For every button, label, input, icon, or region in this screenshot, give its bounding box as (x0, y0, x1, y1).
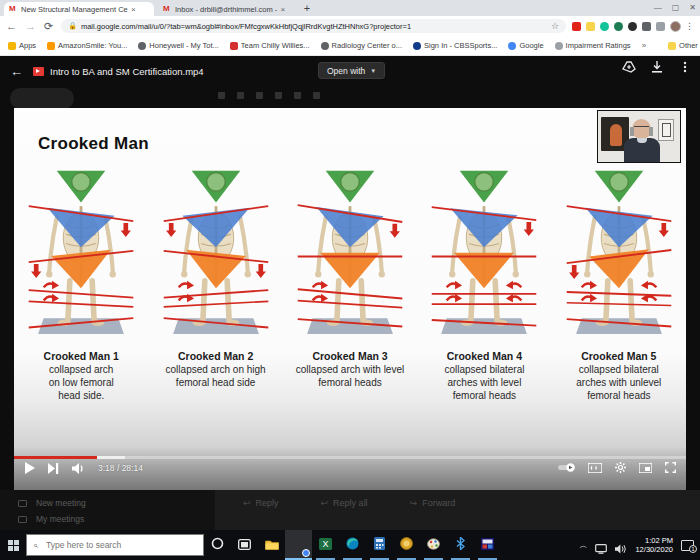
video-controls: 3:18 / 28:14 (14, 448, 686, 490)
figure-caption-1: Crooked Man 1collapsed arch on low femor… (14, 350, 148, 402)
video-player[interactable]: Crooked Man Crooked Man 1collapsed arch … (14, 108, 686, 490)
bookmark-item-5[interactable]: Sign In - CBSSports... (413, 41, 497, 50)
display-device-icon[interactable] (595, 540, 607, 550)
miniplayer-button[interactable] (639, 463, 652, 473)
paint-app-taskbar-button[interactable] (420, 530, 447, 560)
other-bookmarks[interactable]: Other bookmarks (668, 41, 700, 50)
figure-column-1 (14, 160, 148, 346)
coin-app-taskbar-button[interactable] (393, 530, 420, 560)
bluetooth-icon (456, 536, 465, 554)
bookmark-icon (8, 42, 16, 50)
honey-extension-icon[interactable] (614, 22, 623, 31)
bookmark-item-2[interactable]: Honeywell - My Tot... (138, 41, 218, 50)
tab-1-label: New Structural Management Ce (21, 5, 128, 14)
puzzle-extensions-icon[interactable] (642, 22, 651, 31)
bookmarks-overflow-icon[interactable]: » (642, 41, 646, 50)
new-tab-button[interactable]: + (300, 1, 314, 15)
bookmark-item-6[interactable]: Google (508, 41, 543, 50)
calculator-icon (374, 536, 385, 554)
notes-extension-icon[interactable] (586, 22, 595, 31)
clock[interactable]: 1:02 PM 12/30/2020 (635, 536, 673, 555)
tab-2[interactable]: M Inbox - drbill@drthimmel.com - × (158, 2, 296, 16)
play-button[interactable] (24, 462, 35, 474)
refresh-button[interactable]: ⟳ (44, 20, 53, 33)
tray-chevron-icon[interactable]: ︿ (579, 540, 587, 551)
next-button[interactable] (48, 463, 59, 474)
volume-icon[interactable] (72, 463, 85, 474)
windows-taskbar: ⌕ X ︿ 1:02 PM 12/30/2020 1 (0, 530, 700, 560)
reply-arrow-icon: ↩ (243, 498, 251, 508)
video-frame-slide: Crooked Man Crooked Man 1collapsed arch … (14, 108, 686, 448)
excel-taskbar-button[interactable]: X (312, 530, 339, 560)
tray-time: 1:02 PM (635, 536, 673, 545)
back-button[interactable]: ← (6, 20, 17, 32)
tab-2-close-icon[interactable]: × (277, 5, 288, 14)
figure-caption-4: Crooked Man 4collapsed bilateral arches … (417, 350, 551, 402)
download-icon[interactable] (650, 60, 664, 74)
bookmark-icon (413, 42, 421, 50)
file-explorer-taskbar-button[interactable] (258, 530, 285, 560)
forward-button[interactable]: ↪Forward (410, 498, 456, 508)
bookmark-item-3[interactable]: Team Chilly Willies... (230, 41, 310, 50)
address-bar-row: ← → ⟳ 🔒 mail.google.com/mail/u/0/?tab=wm… (0, 16, 700, 36)
more-options-icon[interactable] (678, 60, 692, 74)
reply-button[interactable]: ↩Reply (243, 498, 279, 508)
progress-bar[interactable] (14, 456, 686, 459)
chrome-menu-icon[interactable]: ⋮ (685, 21, 694, 31)
new-meeting-item[interactable]: New meeting (18, 498, 86, 508)
cortana-taskbar-button[interactable] (204, 530, 231, 560)
gmail-compose-dimmed (10, 88, 74, 109)
poster-right (658, 119, 674, 141)
assistant-extension-icon[interactable] (628, 22, 637, 31)
captions-button[interactable] (588, 463, 602, 473)
task-view-taskbar-button[interactable] (231, 530, 258, 560)
tab-1[interactable]: M New Structural Management Ce × (4, 2, 154, 16)
bluetooth-taskbar-button[interactable] (447, 530, 474, 560)
presenter-glasses (634, 126, 649, 129)
pixel-app-icon (481, 536, 494, 554)
open-with-button[interactable]: Open with ▼ (318, 62, 385, 79)
tab-1-close-icon[interactable]: × (128, 5, 139, 14)
bookmark-item-7[interactable]: Impairment Ratings (555, 41, 631, 50)
speaker-icon[interactable] (615, 540, 627, 550)
figure-column-4 (417, 160, 551, 346)
maximize-button[interactable]: ▢ (672, 1, 680, 14)
settings-gear-icon[interactable] (615, 462, 626, 473)
bookmark-item-0[interactable]: Apps (8, 41, 36, 50)
omnibox[interactable]: 🔒 mail.google.com/mail/u/0/?tab=wm&ogbl#… (61, 19, 566, 33)
grammarly-extension-icon[interactable] (600, 22, 609, 31)
bookmark-icon (508, 42, 516, 50)
bookmark-item-1[interactable]: AmazonSmile: You... (47, 41, 127, 50)
minimize-button[interactable]: — (654, 1, 662, 14)
viewer-back-icon[interactable]: ← (10, 64, 23, 79)
bookmark-star-icon[interactable]: ☆ (551, 21, 559, 31)
start-button[interactable] (0, 540, 26, 551)
my-meetings-item[interactable]: My meetings (18, 514, 84, 524)
add-to-drive-icon[interactable] (622, 60, 636, 74)
gmail-reply-actions: ↩Reply ↩Reply all ↪Forward (215, 490, 700, 530)
url-text[interactable]: mail.google.com/mail/u/0/?tab=wm&ogbl#in… (81, 22, 551, 31)
profile-avatar[interactable] (670, 21, 681, 32)
action-center-icon[interactable]: 1 (681, 540, 694, 551)
taskbar-app-icons: X (204, 530, 501, 560)
edge-taskbar-button[interactable] (339, 530, 366, 560)
pdf-extension-icon[interactable] (572, 22, 581, 31)
search-input[interactable] (44, 539, 174, 551)
crooked-man-figure (160, 160, 272, 340)
caption-title: Crooked Man 4 (423, 350, 545, 362)
taskbar-search[interactable]: ⌕ (26, 534, 204, 556)
reading-list-icon[interactable] (656, 22, 665, 31)
chrome-taskbar-button[interactable] (285, 530, 312, 560)
calculator-taskbar-button[interactable] (366, 530, 393, 560)
forward-button[interactable]: → (25, 20, 36, 32)
video-file-icon (33, 67, 44, 76)
file-explorer-icon (265, 536, 279, 554)
chevron-down-icon: ▼ (370, 68, 376, 74)
bookmark-item-4[interactable]: Radiology Center o... (321, 41, 402, 50)
autoplay-toggle[interactable] (558, 463, 575, 472)
reply-all-button[interactable]: ↩Reply all (321, 498, 368, 508)
close-button[interactable]: ✕ (689, 1, 696, 14)
caption-title: Crooked Man 3 (289, 350, 411, 362)
fullscreen-button[interactable] (665, 462, 676, 473)
pixel-app-taskbar-button[interactable] (474, 530, 501, 560)
